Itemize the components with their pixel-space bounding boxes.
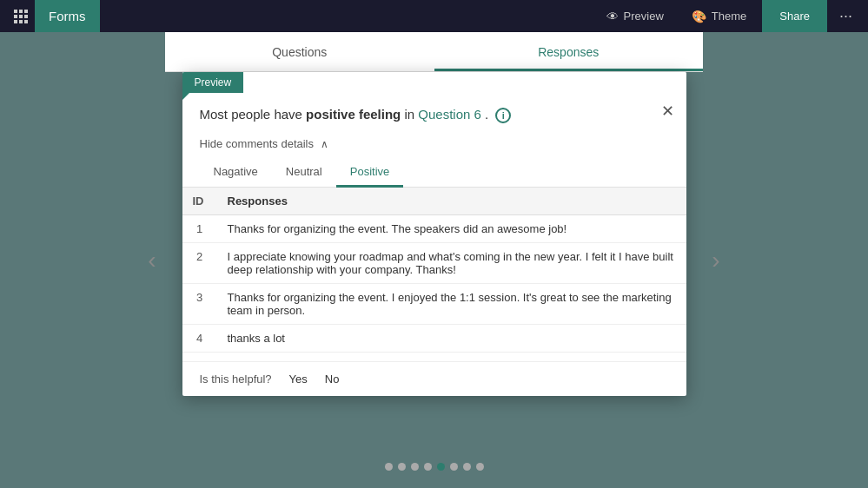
cell-id: 5: [182, 353, 217, 362]
cell-response: n/a: [217, 353, 686, 362]
table-row: 3Thanks for organizing the event. I enjo…: [182, 284, 686, 325]
table-wrapper[interactable]: ID Responses 1Thanks for organizing the …: [182, 188, 686, 361]
svg-rect-4: [19, 15, 23, 18]
main-content: Questions Responses ‹ › Preview ✕ Most p…: [0, 32, 868, 488]
preview-label: Preview: [624, 10, 664, 23]
modal-preview-tab: Preview: [182, 72, 244, 93]
table-row: 2I appreciate knowing your roadmap and w…: [182, 243, 686, 284]
svg-rect-8: [24, 20, 28, 23]
svg-rect-6: [14, 20, 17, 23]
topbar: Forms 👁 Preview 🎨 Theme Share ···: [0, 0, 868, 32]
more-button[interactable]: ···: [831, 0, 861, 32]
topbar-right: 👁 Preview 🎨 Theme Share ···: [594, 0, 861, 32]
preview-icon: 👁: [606, 10, 619, 23]
yes-button[interactable]: Yes: [289, 373, 308, 386]
sentiment-tab-negative[interactable]: Nagative: [200, 158, 272, 188]
col-responses: Responses: [217, 188, 686, 215]
left-arrow-icon: ‹: [148, 247, 156, 274]
modal-title: Most people have positive feeling in Que…: [200, 107, 669, 123]
pagination-dot[interactable]: [450, 463, 458, 471]
table-header: ID Responses: [182, 188, 686, 215]
prev-button[interactable]: ‹: [135, 239, 169, 282]
cell-response: Thanks for organizing the event. The spe…: [217, 215, 686, 243]
next-button[interactable]: ›: [699, 239, 733, 282]
table-row: 5n/a: [182, 353, 686, 362]
table-row: 1Thanks for organizing the event. The sp…: [182, 215, 686, 243]
preview-button[interactable]: 👁 Preview: [594, 0, 676, 32]
theme-label: Theme: [712, 10, 746, 23]
title-question: Question 6: [418, 107, 481, 122]
hide-comments-label: Hide comments details: [200, 137, 315, 150]
modal-close-button[interactable]: ✕: [661, 103, 674, 119]
title-suffix: .: [481, 107, 488, 122]
col-id: ID: [182, 188, 217, 215]
table-row: 4thanks a lot: [182, 325, 686, 353]
hide-comments-toggle[interactable]: Hide comments details ∧: [182, 137, 686, 150]
theme-button[interactable]: 🎨 Theme: [679, 0, 759, 32]
cell-response: Thanks for organizing the event. I enjoy…: [217, 284, 686, 325]
responses-table: ID Responses 1Thanks for organizing the …: [182, 188, 686, 361]
pagination-dot[interactable]: [476, 463, 484, 471]
tab-questions[interactable]: Questions: [165, 32, 434, 71]
cell-id: 4: [182, 325, 217, 353]
app-title: Forms: [35, 0, 100, 32]
cell-id: 1: [182, 215, 217, 243]
waffle-icon[interactable]: [7, 0, 35, 32]
svg-rect-1: [19, 10, 23, 13]
svg-rect-7: [19, 20, 23, 23]
share-button[interactable]: Share: [762, 0, 827, 32]
pagination-dot[interactable]: [463, 463, 471, 471]
sentiment-tab-neutral[interactable]: Neutral: [272, 158, 336, 188]
svg-rect-5: [24, 15, 28, 18]
modal-header: ✕ Most people have positive feeling in Q…: [182, 93, 686, 123]
tabs-row: Questions Responses: [165, 32, 703, 72]
theme-icon: 🎨: [692, 10, 706, 23]
no-button[interactable]: No: [325, 373, 340, 386]
chevron-up-icon: ∧: [321, 138, 328, 150]
sentiment-tabs: Nagative Neutral Positive: [182, 157, 686, 188]
cell-id: 3: [182, 284, 217, 325]
pagination-dots: [385, 463, 484, 471]
pagination-dot[interactable]: [385, 463, 393, 471]
svg-rect-3: [14, 15, 17, 18]
cell-response: I appreciate knowing your roadmap and wh…: [217, 243, 686, 284]
title-prefix: Most people have: [200, 107, 307, 122]
pagination-dot[interactable]: [398, 463, 406, 471]
svg-rect-2: [24, 10, 28, 13]
svg-rect-0: [14, 10, 17, 13]
cell-id: 2: [182, 243, 217, 284]
pagination-dot[interactable]: [411, 463, 419, 471]
helpful-label: Is this helpful?: [200, 373, 272, 386]
modal: Preview ✕ Most people have positive feel…: [182, 72, 686, 396]
cell-response: thanks a lot: [217, 325, 686, 353]
title-middle: in: [401, 107, 418, 122]
table-body: 1Thanks for organizing the event. The sp…: [182, 215, 686, 362]
topbar-left: Forms: [7, 0, 100, 32]
pagination-dot[interactable]: [437, 463, 445, 471]
sentiment-tab-positive[interactable]: Positive: [336, 158, 404, 188]
modal-footer: Is this helpful? Yes No: [182, 361, 686, 396]
title-bold: positive feeling: [306, 107, 401, 122]
pagination-dot[interactable]: [424, 463, 432, 471]
tab-responses[interactable]: Responses: [434, 32, 704, 71]
right-arrow-icon: ›: [712, 247, 719, 274]
info-icon[interactable]: i: [495, 108, 511, 123]
